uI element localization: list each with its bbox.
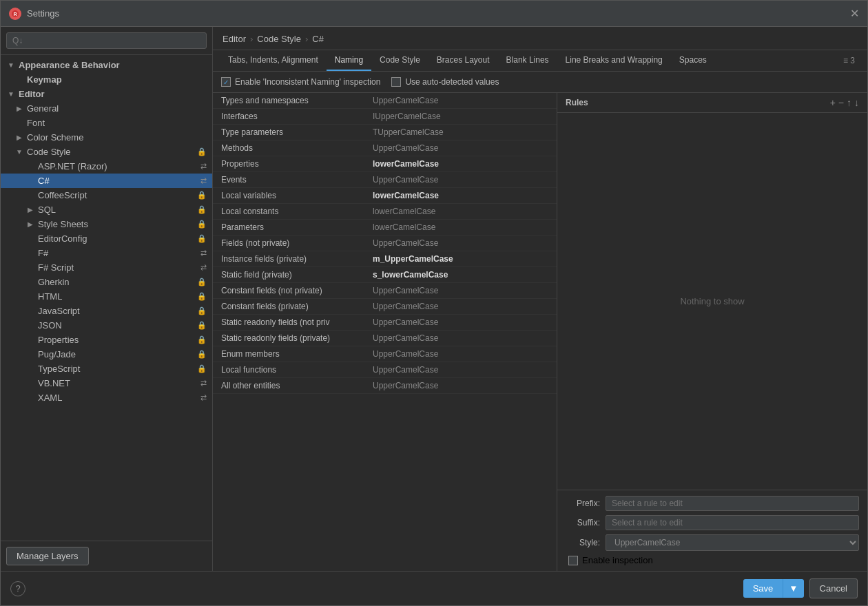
sidebar-item-fsharp[interactable]: F# ⇄ — [1, 246, 212, 260]
auto-detect-checkbox[interactable] — [391, 77, 401, 87]
table-row[interactable]: Local functions UpperCamelCase — [213, 362, 557, 378]
table-row[interactable]: Instance fields (private) m_UpperCamelCa… — [213, 251, 557, 267]
table-row[interactable]: Parameters lowerCamelCase — [213, 220, 557, 236]
sidebar-item-general[interactable]: ▶ General — [1, 101, 212, 116]
tab-spaces[interactable]: Spaces — [671, 50, 715, 71]
sidebar-item-csharp[interactable]: C# ⇄ — [1, 174, 212, 188]
style-label: Style: — [566, 538, 600, 547]
sidebar: ▼ Appearance & Behavior Keymap ▼ Editor … — [1, 27, 213, 571]
table-row[interactable]: Local variables lowerCamelCase — [213, 188, 557, 204]
help-button[interactable]: ? — [10, 581, 25, 596]
tab-naming[interactable]: Naming — [327, 50, 371, 71]
sidebar-item-html[interactable]: HTML 🔒 — [1, 289, 212, 304]
table-row[interactable]: Methods UpperCamelCase — [213, 140, 557, 156]
sidebar-item-typescript[interactable]: TypeScript 🔒 — [1, 362, 212, 376]
sidebar-item-pug[interactable]: Pug/Jade 🔒 — [1, 347, 212, 362]
sidebar-item-editorconfig[interactable]: EditorConfig 🔒 — [1, 231, 212, 246]
sidebar-item-editor[interactable]: ▼ Editor — [1, 87, 212, 101]
tab-label: Naming — [335, 55, 363, 65]
tabs-more-button[interactable]: ≡ 3 — [838, 53, 860, 68]
tab-code-style[interactable]: Code Style — [371, 50, 428, 71]
naming-entity: Local variables — [221, 191, 373, 200]
naming-value: s_lowerCamelCase — [373, 270, 448, 280]
sidebar-item-label: JSON — [38, 320, 62, 331]
table-row[interactable]: All other entities UpperCamelCase — [213, 378, 557, 394]
expand-spacer — [14, 75, 24, 85]
sidebar-item-color-scheme[interactable]: ▶ Color Scheme — [1, 130, 212, 145]
sidebar-item-font[interactable]: Font — [1, 116, 212, 130]
save-button[interactable]: Save — [743, 579, 783, 598]
close-button[interactable]: ✕ — [850, 7, 859, 20]
sidebar-item-keymap[interactable]: Keymap — [1, 72, 212, 87]
sidebar-item-vbnet[interactable]: VB.NET ⇄ — [1, 376, 212, 390]
expand-spacer — [25, 335, 35, 345]
sidebar-item-code-style[interactable]: ▼ Code Style 🔒 — [1, 145, 212, 159]
table-row[interactable]: Properties lowerCamelCase — [213, 156, 557, 172]
table-row[interactable]: Interfaces IUpperCamelCase — [213, 109, 557, 125]
naming-entity: Local functions — [221, 365, 373, 375]
search-input[interactable] — [6, 32, 207, 49]
prefix-input[interactable] — [606, 496, 859, 511]
tab-label: Braces Layout — [437, 55, 490, 65]
naming-value: UpperCamelCase — [373, 349, 438, 359]
naming-entity: Constant fields (not private) — [221, 286, 373, 295]
content-area: ▼ Appearance & Behavior Keymap ▼ Editor … — [1, 27, 867, 571]
sidebar-item-label: SQL — [38, 205, 56, 215]
tab-braces-layout[interactable]: Braces Layout — [428, 50, 498, 71]
save-arrow-button[interactable]: ▼ — [783, 579, 803, 598]
expand-spacer — [25, 321, 35, 331]
sidebar-item-appearance[interactable]: ▼ Appearance & Behavior — [1, 58, 212, 72]
expand-icon: ▶ — [14, 133, 24, 143]
tab-tabs-indents[interactable]: Tabs, Indents, Alignment — [220, 50, 327, 71]
sidebar-item-json[interactable]: JSON 🔒 — [1, 318, 212, 333]
table-row[interactable]: Constant fields (not private) UpperCamel… — [213, 283, 557, 299]
naming-entity: Types and namespaces — [221, 96, 373, 105]
title-bar: R Settings ✕ — [1, 1, 867, 27]
table-row[interactable]: Static readonly fields (private) UpperCa… — [213, 331, 557, 346]
rules-add-button[interactable]: + — [830, 97, 836, 108]
rules-up-button[interactable]: ↑ — [847, 97, 851, 108]
sidebar-item-sql[interactable]: ▶ SQL 🔒 — [1, 202, 212, 217]
table-row[interactable]: Local constants lowerCamelCase — [213, 204, 557, 220]
auto-detect-checkbox-label[interactable]: Use auto-detected values — [391, 77, 499, 87]
table-row[interactable]: Constant fields (private) UpperCamelCase — [213, 299, 557, 315]
sidebar-item-fsharp-script[interactable]: F# Script ⇄ — [1, 260, 212, 275]
settings-dialog: R Settings ✕ ▼ Appearance & Behavior Key… — [0, 0, 868, 606]
expand-spacer — [25, 350, 35, 359]
sidebar-item-xaml[interactable]: XAML ⇄ — [1, 390, 212, 405]
sidebar-item-style-sheets[interactable]: ▶ Style Sheets 🔒 — [1, 217, 212, 231]
table-row[interactable]: Static field (private) s_lowerCamelCase — [213, 267, 557, 283]
sidebar-item-coffeescript[interactable]: CoffeeScript 🔒 — [1, 188, 212, 202]
app-icon: R — [9, 8, 21, 20]
naming-entity: Static field (private) — [221, 270, 373, 280]
cancel-button[interactable]: Cancel — [809, 578, 858, 598]
table-row[interactable]: Fields (not private) UpperCamelCase — [213, 236, 557, 251]
table-row[interactable]: Events UpperCamelCase — [213, 172, 557, 188]
enable-inspection-row: Enable inspection — [566, 555, 859, 565]
lock-icon: 🔒 — [197, 220, 207, 229]
enable-inspection-checkbox[interactable]: ✓ — [221, 77, 231, 87]
tab-blank-lines[interactable]: Blank Lines — [498, 50, 557, 71]
table-row[interactable]: Static readonly fields (not priv UpperCa… — [213, 315, 557, 331]
sidebar-item-aspnet[interactable]: ASP.NET (Razor) ⇄ — [1, 159, 212, 174]
sidebar-item-javascript[interactable]: JavaScript 🔒 — [1, 304, 212, 318]
table-row[interactable]: Type parameters TUpperCamelCase — [213, 125, 557, 140]
tab-line-breaks[interactable]: Line Breaks and Wrapping — [557, 50, 671, 71]
naming-value: UpperCamelCase — [373, 381, 438, 390]
suffix-input[interactable] — [606, 515, 859, 530]
rules-down-button[interactable]: ↓ — [854, 97, 859, 108]
table-row[interactable]: Enum members UpperCamelCase — [213, 346, 557, 362]
sidebar-item-gherkin[interactable]: Gherkin 🔒 — [1, 275, 212, 289]
table-row[interactable]: Types and namespaces UpperCamelCase — [213, 93, 557, 109]
sidebar-item-properties[interactable]: Properties 🔒 — [1, 333, 212, 347]
naming-value: lowerCamelCase — [373, 222, 435, 232]
enable-inspection-footer-checkbox[interactable] — [568, 556, 578, 565]
tab-label: Blank Lines — [506, 55, 549, 65]
manage-layers-button[interactable]: Manage Layers — [6, 547, 89, 565]
enable-inspection-checkbox-label[interactable]: ✓ Enable 'Inconsistent Naming' inspectio… — [221, 77, 380, 87]
style-select[interactable]: UpperCamelCase — [606, 534, 859, 551]
rules-panel: Rules + − ↑ ↓ Nothing to show — [557, 93, 867, 571]
rules-remove-button[interactable]: − — [838, 97, 844, 108]
naming-entity: Instance fields (private) — [221, 254, 373, 264]
lock-icon: 🔒 — [197, 234, 207, 243]
